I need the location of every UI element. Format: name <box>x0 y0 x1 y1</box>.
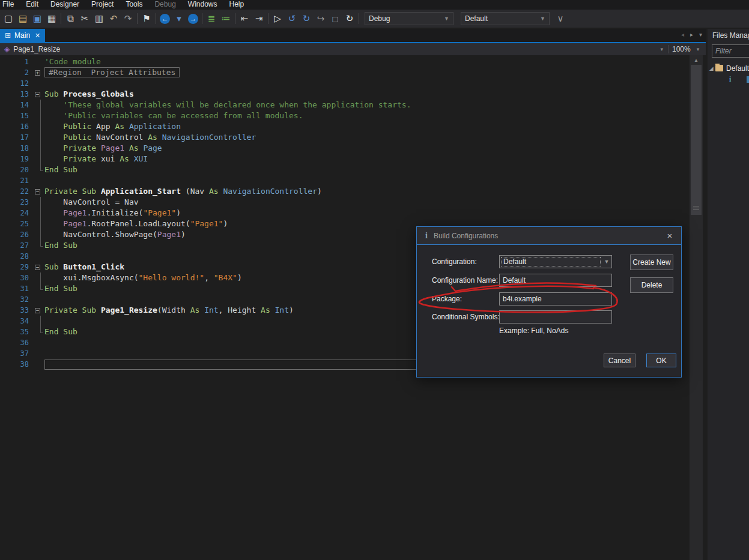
sub-icon: ◈ <box>4 45 10 53</box>
redo-icon[interactable]: ↷ <box>121 11 135 26</box>
menu-item-debug[interactable]: Debug <box>148 0 181 10</box>
configuration-name-input[interactable] <box>499 274 612 287</box>
menu-item-designer[interactable]: Designer <box>44 0 85 10</box>
save-icon[interactable]: ▣ <box>30 11 44 26</box>
shift-left-icon[interactable]: ⇤ <box>237 11 252 26</box>
code-line-21[interactable]: 21 <box>0 175 690 186</box>
dialog-close-icon[interactable]: × <box>663 230 676 242</box>
files-filter-input[interactable] <box>712 44 749 58</box>
menu-item-help[interactable]: Help <box>223 0 250 10</box>
code-line-22[interactable]: 22−Private Sub Application_Start (Nav As… <box>0 186 690 197</box>
fold-gutter <box>34 327 44 337</box>
menu-item-project[interactable]: Project <box>85 0 120 10</box>
collapse-region-icon[interactable]: − <box>35 92 40 97</box>
cancel-button[interactable]: Cancel <box>604 354 635 367</box>
code-line-13[interactable]: 13−Sub Process_Globals <box>0 89 690 100</box>
bookmark-icon[interactable]: ⚑ <box>139 11 154 26</box>
build-mode-select[interactable]: Debug▼ <box>365 12 453 25</box>
files-tree: ◢Defaulti <box>708 62 749 85</box>
scope-bar: ◈ Page1_Resize ▾ 100% ▾ <box>0 43 706 55</box>
line-number: 32 <box>0 294 34 305</box>
restart-icon[interactable]: ↻ <box>342 11 357 26</box>
code-line-1[interactable]: 1'Code module <box>0 56 690 67</box>
configuration-dropdown[interactable]: Default ▼ <box>499 255 612 268</box>
back-history-dropdown-icon[interactable]: ▾ <box>172 11 186 26</box>
shift-right-icon[interactable]: ⇥ <box>252 11 266 26</box>
files-tree-item-module[interactable]: i <box>708 74 749 85</box>
step-into-icon[interactable]: ↪ <box>314 11 328 26</box>
code-line-16[interactable]: 16 Public App As Application <box>0 121 690 132</box>
package-input[interactable] <box>499 292 612 306</box>
clipped-module-icon <box>747 76 749 83</box>
run-icon[interactable]: ▷ <box>270 11 285 26</box>
menu-item-edit[interactable]: Edit <box>20 0 44 10</box>
tree-expand-icon[interactable]: ◢ <box>708 65 715 71</box>
code-line-18[interactable]: 18 Private Page1 As Page <box>0 143 690 154</box>
dialog-title-bar[interactable]: i Build Configurations <box>417 227 681 245</box>
code-line-24[interactable]: 24 Page1.Initialize("Page1") <box>0 208 690 218</box>
navigate-forward-icon[interactable]: → <box>188 14 198 24</box>
expand-region-icon[interactable]: + <box>35 70 40 76</box>
step-over-icon[interactable]: ↻ <box>299 11 314 26</box>
ok-button[interactable]: OK <box>646 354 676 367</box>
conditional-symbols-input[interactable] <box>499 310 612 324</box>
tab-list-dropdown-icon[interactable]: ▾ <box>699 31 702 38</box>
collapse-region-icon[interactable]: − <box>35 265 40 270</box>
code-line-23[interactable]: 23 NavControl = Nav <box>0 197 690 208</box>
current-sub-selector[interactable]: Page1_Resize <box>13 45 655 53</box>
new-file-icon[interactable]: ▢ <box>1 11 16 26</box>
sub-dropdown-icon[interactable]: ▾ <box>655 46 668 52</box>
line-number: 17 <box>0 132 34 143</box>
code-line-12[interactable]: 12 <box>0 78 690 89</box>
uncomment-code-icon[interactable]: ≔ <box>219 11 233 26</box>
code-line-19[interactable]: 19 Private xui As XUI <box>0 154 690 164</box>
build-config-select[interactable]: Default▼ <box>461 12 550 25</box>
editor-zoom-select[interactable]: 100% ▾ <box>669 45 706 53</box>
open-project-icon[interactable]: ▤ <box>16 11 30 26</box>
collapsed-region-box[interactable]: #Region Project Attributes <box>44 67 180 77</box>
delete-button[interactable]: Delete <box>630 277 673 293</box>
code-line-17[interactable]: 17 Public NavControl As NavigationContro… <box>0 132 690 143</box>
collapse-region-icon[interactable]: − <box>35 189 40 194</box>
scrollbar-up-icon[interactable]: ▲ <box>690 55 703 65</box>
code-line-2[interactable]: 2+#Region Project Attributes <box>0 67 690 78</box>
fold-gutter: − <box>34 186 44 197</box>
stop-icon[interactable]: □ <box>328 11 342 26</box>
navigate-back-icon[interactable]: ← <box>160 14 170 24</box>
copy-icon[interactable]: ⧉ <box>63 11 77 26</box>
code-line-14[interactable]: 14 'These global variables will be decla… <box>0 100 690 110</box>
create-new-button[interactable]: Create New <box>630 254 673 270</box>
fold-gutter: + <box>34 67 44 78</box>
save-all-icon[interactable]: ▦ <box>44 11 59 26</box>
comment-code-icon[interactable]: ≣ <box>204 11 219 26</box>
scrollbar-thumb[interactable] <box>691 65 702 215</box>
editor-scrollbar[interactable]: ▲ <box>690 55 703 560</box>
line-number: 36 <box>0 337 34 348</box>
collapse-region-icon[interactable]: − <box>35 308 40 313</box>
toolbar-separator <box>268 13 268 24</box>
indent-guide <box>40 110 41 121</box>
code-text: End Sub <box>44 283 77 294</box>
tab-main[interactable]: ⊞ Main ✕ <box>0 29 45 42</box>
tab-scroll-right-icon[interactable]: ▸ <box>690 31 693 38</box>
indent-guide <box>40 208 41 218</box>
files-tree-item-default[interactable]: ◢Default <box>708 62 749 74</box>
undo-icon[interactable]: ↶ <box>106 11 121 26</box>
code-text: Sub Process_Globals <box>44 89 134 100</box>
toolbar-overflow-icon[interactable]: ∨ <box>553 11 568 26</box>
menu-item-file[interactable]: File <box>0 0 20 10</box>
cut-icon[interactable]: ✂ <box>77 11 92 26</box>
code-line-15[interactable]: 15 'Public variables can be accessed fro… <box>0 110 690 121</box>
line-number: 18 <box>0 143 34 154</box>
line-number: 24 <box>0 208 34 218</box>
tab-scroll-controls: ◂ ▸ ▾ <box>681 31 702 38</box>
paste-icon[interactable]: ▥ <box>92 11 106 26</box>
resume-debug-icon[interactable]: ↺ <box>285 11 299 26</box>
menu-item-windows[interactable]: Windows <box>182 0 223 10</box>
tab-close-icon[interactable]: ✕ <box>35 32 40 40</box>
conditional-symbols-label: Conditional Symbols: <box>432 313 500 321</box>
menu-item-tools[interactable]: Tools <box>120 0 148 10</box>
code-line-20[interactable]: 20End Sub <box>0 164 690 175</box>
tab-scroll-left-icon[interactable]: ◂ <box>681 31 684 38</box>
line-number: 2 <box>0 67 34 78</box>
